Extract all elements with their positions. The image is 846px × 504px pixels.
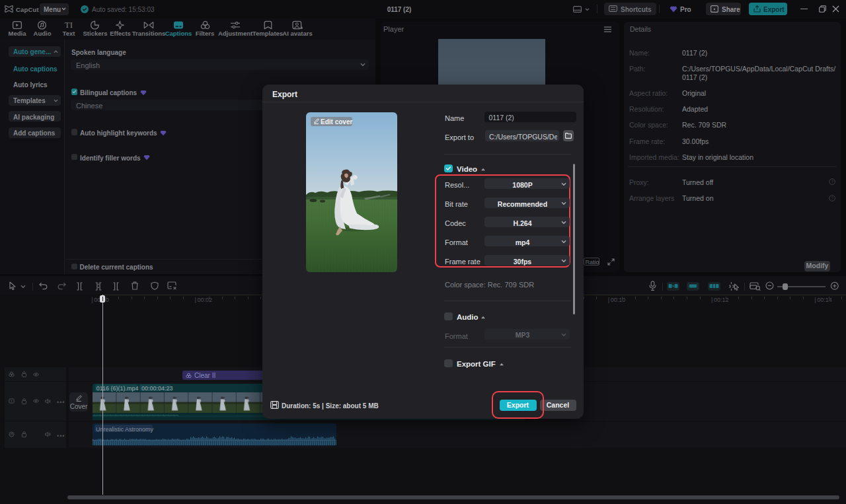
svg-text:?: ?: [831, 196, 833, 200]
svg-text:?: ?: [831, 179, 833, 184]
